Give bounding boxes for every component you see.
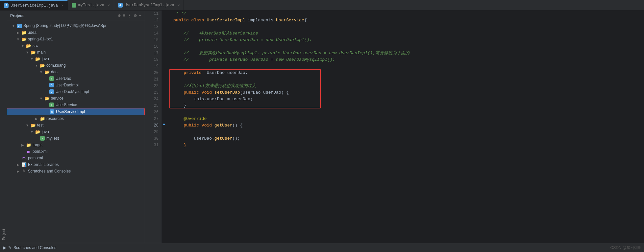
tree-arrow-service: ▼ bbox=[39, 97, 43, 100]
tab-mytest-close[interactable]: ✕ bbox=[108, 3, 110, 7]
line-num-16[interactable]: 16 bbox=[148, 43, 159, 50]
sidebar-item-test[interactable]: ▼📂test bbox=[7, 122, 145, 128]
tab-mytest[interactable]: T myTest.java ✕ bbox=[68, 0, 114, 10]
sidebar-header: Project ⊕ ≡ ⋮ ⚙ − bbox=[7, 11, 145, 21]
tab-userdaomysql-close[interactable]: ✕ bbox=[178, 3, 180, 7]
line-num-27[interactable]: 27 bbox=[148, 116, 159, 122]
sidebar-item-userdaomysqlimpl[interactable]: CUserDaoMysqlImpl bbox=[7, 88, 145, 95]
code-line-27: @Override bbox=[173, 116, 639, 122]
tab-mytest-label: myTest.java bbox=[78, 3, 104, 8]
tab-usersvcimpl[interactable]: J UserServiceImpl.java ✕ bbox=[0, 0, 68, 10]
tree-label-resources: resources bbox=[46, 116, 64, 121]
sidebar-item-userserviceimpl[interactable]: CUserServiceImpl bbox=[7, 108, 145, 115]
line-num-18[interactable]: 18 bbox=[148, 57, 159, 63]
sidebar-item-spring-study[interactable]: ▼PSpring [Spring study] D:\学习笔记\狂说Java\S… bbox=[7, 22, 145, 29]
scratches-label: Scratches and Consoles bbox=[13, 245, 56, 250]
code-line-11: * */ bbox=[173, 11, 639, 17]
settings-icon[interactable]: ⚙ bbox=[134, 13, 136, 18]
tree-label-service: service bbox=[51, 96, 63, 101]
tree-arrow-com-kuang: ▼ bbox=[35, 64, 38, 67]
folder-icon-src: 📂 bbox=[26, 43, 31, 48]
sidebar: Project ⊕ ≡ ⋮ ⚙ − ▼PSpring [Spring study… bbox=[7, 11, 145, 243]
tree-label-main: main bbox=[37, 50, 46, 55]
code-line-14: // 将UserDao引入UserService bbox=[173, 30, 639, 37]
line-num-28[interactable]: 28 bbox=[148, 122, 159, 129]
sidebar-item-com-kuang[interactable]: ▼📂com.kuang bbox=[7, 62, 145, 69]
tree-label-userdao: UserDao bbox=[56, 76, 71, 81]
line-num-31[interactable]: 31 bbox=[148, 142, 159, 149]
line-num-13[interactable]: 13 bbox=[148, 24, 159, 30]
tree-arrow-spring01-ioc1: ▼ bbox=[16, 37, 20, 41]
tree-arrow-main: ▼ bbox=[25, 51, 29, 54]
code-line-20: private UserDao userDao; bbox=[173, 70, 639, 76]
code-line-25: } bbox=[173, 103, 639, 109]
collapse-icon[interactable]: ≡ bbox=[123, 13, 125, 18]
sidebar-item-userdao[interactable]: IUserDao bbox=[7, 75, 145, 82]
tree-arrow-test: ▼ bbox=[25, 124, 29, 127]
tree-label-pom1: pom.xml bbox=[33, 149, 47, 154]
tree-label-idea: .idea bbox=[28, 30, 37, 35]
sidebar-tree: ▼PSpring [Spring study] D:\学习笔记\狂说Java\S… bbox=[7, 21, 145, 243]
tree-arrow-java: ▼ bbox=[30, 57, 34, 61]
sidebar-vertical-label[interactable]: Project bbox=[0, 11, 7, 243]
code-editor[interactable]: 1112131415161718192021222324252627282930… bbox=[145, 11, 644, 243]
sidebar-item-mytest-file[interactable]: TmyTest bbox=[7, 135, 145, 142]
line-num-30[interactable]: 30 bbox=[148, 135, 159, 142]
bottom-bar: ▶ ✎ Scratches and Consoles bbox=[0, 243, 644, 252]
sidebar-item-userdaoimpl[interactable]: CUserDaoImpl bbox=[7, 82, 145, 88]
code-line-22: //利用set方法进行动态实现值的注入 bbox=[173, 83, 639, 89]
project-icon: P bbox=[17, 23, 22, 29]
sidebar-item-src[interactable]: ▼📂src bbox=[7, 42, 145, 49]
scratches-item[interactable]: ▶ ✎ Scratches and Consoles bbox=[3, 245, 56, 250]
sidebar-item-java[interactable]: ▼📂java bbox=[7, 56, 145, 62]
sidebar-item-ext-libs[interactable]: ▶📊External Libraries bbox=[7, 161, 145, 168]
line-num-25[interactable]: 25 bbox=[148, 103, 159, 109]
tree-arrow-ext-libs: ▶ bbox=[16, 163, 20, 167]
line-num-12[interactable]: 12 bbox=[148, 17, 159, 24]
tab-usersvcimpl-close[interactable]: ✕ bbox=[61, 3, 63, 8]
sidebar-item-target[interactable]: ▶📁target bbox=[7, 142, 145, 148]
line-num-20[interactable]: 20 bbox=[148, 70, 159, 76]
tree-arrow-scratches: ▶ bbox=[16, 170, 20, 173]
sidebar-item-main[interactable]: ▼📂main bbox=[7, 49, 145, 56]
tree-options-icon[interactable]: ⋮ bbox=[127, 13, 132, 18]
line-num-22[interactable]: 22 bbox=[148, 83, 159, 89]
code-line-16 bbox=[173, 43, 639, 50]
sidebar-item-resources[interactable]: ▶📁resources bbox=[7, 115, 145, 122]
gutter-breakpoint-icon[interactable]: ● bbox=[163, 122, 165, 127]
line-num-21[interactable]: 21 bbox=[148, 76, 159, 83]
tree-arrow-test-java: ▼ bbox=[30, 130, 34, 134]
line-num-26[interactable]: 26 bbox=[148, 109, 159, 116]
line-num-24[interactable]: 24 bbox=[148, 96, 159, 103]
sidebar-item-test-java[interactable]: ▼📂java bbox=[7, 128, 145, 135]
minimize-icon[interactable]: − bbox=[139, 13, 141, 18]
line-num-29[interactable]: 29 bbox=[148, 129, 159, 135]
class-icon-userdaoimpl: C bbox=[49, 82, 54, 88]
scratches-icon: ✎ bbox=[8, 245, 12, 250]
sidebar-item-pom1[interactable]: mpom.xml bbox=[7, 148, 145, 155]
line-num-14[interactable]: 14 bbox=[148, 30, 159, 37]
line-num-11[interactable]: 11 bbox=[148, 11, 159, 17]
line-num-23[interactable]: 23 bbox=[148, 89, 159, 96]
locate-icon[interactable]: ⊕ bbox=[118, 13, 120, 18]
code-line-15: // private UserDao userDao = new UserDao… bbox=[173, 37, 639, 43]
code-line-26 bbox=[173, 109, 639, 116]
line-num-15[interactable]: 15 bbox=[148, 37, 159, 43]
sidebar-item-dao[interactable]: ▼📂dao bbox=[7, 69, 145, 75]
tab-userdaomysql-label: UserDaoMysqlImpl.java bbox=[125, 3, 174, 8]
sidebar-item-idea[interactable]: ▶📁.idea bbox=[7, 29, 145, 36]
tree-label-dao: dao bbox=[51, 70, 58, 74]
scratches-tree-icon-scratches: ✎ bbox=[21, 169, 27, 174]
folder-icon-test: 📂 bbox=[31, 123, 36, 128]
sidebar-item-service[interactable]: ▼📂service bbox=[7, 95, 145, 102]
tree-arrow-spring-study: ▼ bbox=[12, 24, 15, 28]
sidebar-toolbar: ⊕ ≡ ⋮ ⚙ − bbox=[118, 13, 141, 18]
tab-userdaomysql[interactable]: J UserDaoMysqlImpl.java ✕ bbox=[114, 0, 184, 10]
sidebar-item-scratches[interactable]: ▶✎Scratches and Consoles bbox=[7, 168, 145, 174]
line-num-19[interactable]: 19 bbox=[148, 63, 159, 70]
line-num-17[interactable]: 17 bbox=[148, 50, 159, 57]
sidebar-item-pom2[interactable]: mpom.xml bbox=[7, 155, 145, 161]
sidebar-item-userservice[interactable]: IUserService bbox=[7, 102, 145, 108]
main-layout: Project Project ⊕ ≡ ⋮ ⚙ − ▼PSpring [Spri… bbox=[0, 11, 644, 243]
sidebar-item-spring01-ioc1[interactable]: ▼📂spring-01-ioc1 bbox=[7, 36, 145, 42]
